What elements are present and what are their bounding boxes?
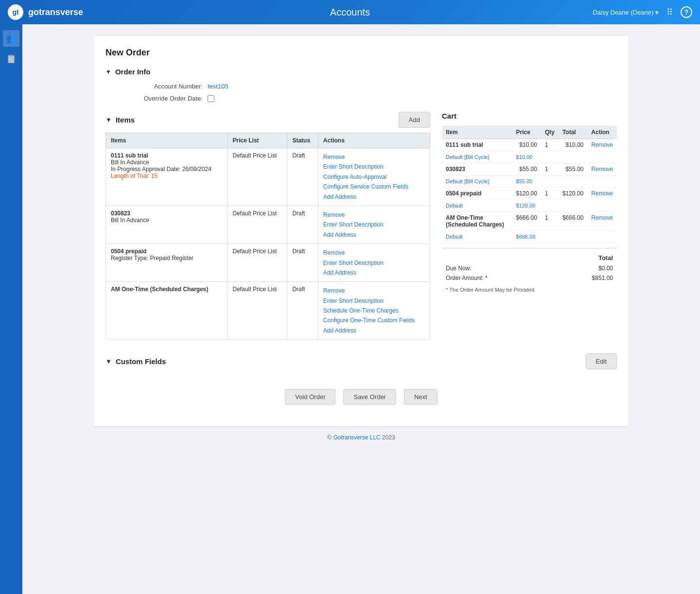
cart-sub-price-cell: $120.00 — [512, 200, 588, 212]
status-cell-3: Draft — [287, 282, 318, 340]
cart-col-total: Total — [559, 126, 587, 139]
cart-row: 030823 $55.00 1 $55.00 Remove — [442, 163, 617, 175]
action-link[interactable]: Remove — [323, 152, 425, 162]
page-card: New Order ▼ Order Info Account Number: t… — [94, 36, 629, 426]
action-link[interactable]: Add Address — [323, 268, 425, 278]
sidebar-item-copy[interactable]: 📋 — [3, 51, 19, 67]
cart-sub-label: Default — [446, 234, 463, 240]
cart-col-item: Item — [442, 126, 512, 139]
order-info-section-header: ▼ Order Info — [105, 68, 617, 76]
void-order-button[interactable]: Void Order — [285, 389, 335, 405]
action-link[interactable]: Remove — [323, 210, 425, 220]
price-list-cell-1: Default Price List — [228, 206, 287, 244]
cart-action-cell: Remove — [587, 139, 617, 151]
cart-qty-value: 1 — [545, 190, 548, 197]
item-detail: In Progress Approval Date: 26/09/2024 — [111, 166, 211, 173]
cart-item-name-cell: 0111 sub trial — [442, 139, 512, 151]
cart-total-cell: $666.00 — [559, 212, 587, 231]
cart-item-name: AM One-Time (Scheduled Charges) — [446, 214, 504, 228]
cart-sub-action-cell — [587, 200, 617, 212]
help-icon[interactable]: ? — [681, 6, 692, 18]
cart-table-header: Item Price Qty Total Action — [442, 126, 617, 139]
cart-sub-row: Default $666.00 — [442, 231, 617, 243]
cart-sub-row: Default $120.00 — [442, 200, 617, 212]
logo[interactable]: gt — [8, 4, 23, 20]
add-button[interactable]: Add — [399, 112, 430, 128]
cart-total-value: $10.00 — [566, 141, 584, 148]
action-link[interactable]: Schedule One-Time Charges — [323, 306, 425, 315]
cart-row: 0504 prepaid $120.00 1 $120.00 Remove — [442, 188, 617, 200]
main-content: New Order ▼ Order Info Account Number: t… — [22, 24, 700, 594]
cart-action-cell: Remove — [587, 188, 617, 200]
col-actions: Actions — [318, 133, 430, 148]
action-link[interactable]: Enter Short Description — [323, 220, 425, 229]
cart-remove-link[interactable]: Remove — [591, 214, 613, 221]
override-date-checkbox[interactable] — [208, 95, 214, 102]
app-layout: 👥 📋 New Order ▼ Order Info Account Numbe… — [0, 24, 700, 594]
item-sub: Bill In Advance — [111, 159, 149, 166]
custom-fields-arrow: ▼ — [105, 358, 112, 365]
cart-sub-label-cell: Default — [442, 231, 512, 243]
order-info-title: Order Info — [115, 68, 151, 76]
user-menu[interactable]: Daisy Deane (Deane) ▾ — [593, 9, 659, 16]
custom-fields-header: ▼ Custom Fields Edit — [105, 353, 617, 369]
action-link[interactable]: Enter Short Description — [323, 162, 425, 172]
users-icon: 👥 — [6, 33, 17, 44]
items-section-header: ▼ Items Add — [105, 112, 430, 128]
cart-title: Cart — [442, 112, 617, 120]
custom-fields-title: Custom Fields — [116, 357, 166, 366]
action-link[interactable]: Add Address — [323, 230, 425, 240]
save-order-button[interactable]: Save Order — [343, 389, 396, 405]
action-link[interactable]: Remove — [323, 248, 425, 258]
cart-remove-link[interactable]: Remove — [591, 141, 613, 148]
cart-sub-row: Default [Bill Cycle] $55.00 — [442, 175, 617, 188]
price-list-value: Default Price List — [233, 286, 277, 293]
edit-button[interactable]: Edit — [586, 353, 617, 369]
action-link[interactable]: Enter Short Description — [323, 258, 425, 268]
action-link[interactable]: Add Address — [323, 192, 425, 202]
cart-item-name-cell: 0504 prepaid — [442, 188, 512, 200]
order-info-arrow: ▼ — [105, 69, 111, 75]
status-value: Draft — [292, 210, 305, 217]
cart-item-name: 0111 sub trial — [446, 141, 483, 148]
cart-col-action: Action — [587, 126, 617, 139]
cart-price-value: $55.00 — [519, 166, 537, 173]
account-number-value[interactable]: test105 — [208, 83, 228, 90]
cart-remove-link[interactable]: Remove — [591, 190, 613, 197]
item-name: AM One-Time (Scheduled Charges) — [111, 286, 208, 293]
cart-sub-label-cell: Default [Bill Cycle] — [442, 151, 512, 163]
item-detail: Register Type: Prepaid Register — [111, 255, 193, 262]
cart-price-value: $666.00 — [516, 214, 537, 221]
action-link[interactable]: Configure One-Time Custom Fields — [323, 315, 425, 325]
action-link[interactable]: Add Address — [323, 326, 425, 335]
cart-remove-link[interactable]: Remove — [591, 166, 613, 173]
nav-title: Accounts — [330, 7, 370, 18]
logo-text: gt — [12, 8, 18, 16]
sidebar-item-users[interactable]: 👥 — [3, 30, 19, 47]
cart-qty-cell: 1 — [541, 163, 559, 175]
sidebar: 👥 📋 — [0, 24, 22, 594]
grid-icon[interactable]: ⠿ — [666, 7, 673, 17]
action-link[interactable]: Configure Auto-Approval — [323, 172, 425, 182]
order-amount-value: $851.00 — [592, 275, 613, 281]
action-link[interactable]: Configure Service Custom Fields — [323, 182, 425, 192]
items-title: Items — [116, 116, 135, 124]
cart-sub-label-cell: Default — [442, 200, 512, 212]
nav-left: gt gotransverse — [8, 4, 83, 20]
cart-qty-cell: 1 — [541, 212, 559, 231]
status-value: Draft — [292, 152, 305, 159]
cart-totals: Total Due Now: $0.00 Order Amount: * $85… — [442, 248, 617, 295]
next-button[interactable]: Next — [404, 389, 438, 405]
cart-price-value: $10.00 — [519, 141, 537, 148]
cart-price-value: $120.00 — [516, 190, 537, 197]
footer-year: 2023 — [381, 434, 395, 441]
cart-sub-action-cell — [587, 175, 617, 188]
cart-sub-price-cell: $666.00 — [512, 231, 588, 243]
action-link[interactable]: Remove — [323, 286, 425, 296]
status-cell-1: Draft — [287, 206, 318, 244]
cart-total-cell: $55.00 — [559, 163, 587, 175]
action-link[interactable]: Enter Short Description — [323, 296, 425, 306]
copy-icon: 📋 — [6, 53, 17, 64]
footer-company-link[interactable]: Gotransverse LLC — [333, 434, 380, 441]
status-value: Draft — [292, 286, 305, 293]
